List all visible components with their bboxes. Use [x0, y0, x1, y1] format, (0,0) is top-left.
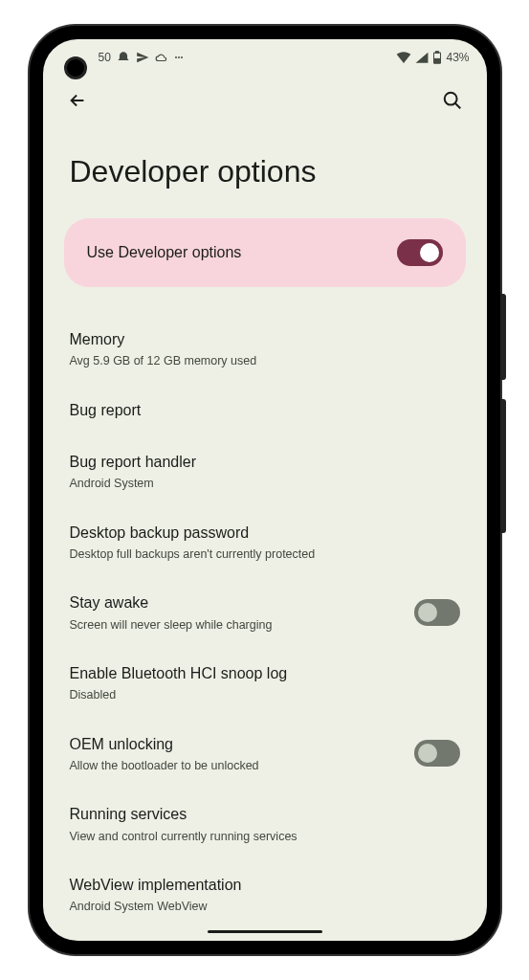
setting-row[interactable]: Stay awakeScreen will never sleep while …: [70, 577, 460, 648]
screen: 50: [43, 39, 487, 941]
power-button: [500, 294, 506, 380]
setting-text: Stay awakeScreen will never sleep while …: [70, 592, 414, 633]
search-button[interactable]: [439, 87, 466, 114]
setting-title: Enable Bluetooth HCI snoop log: [70, 663, 445, 684]
master-toggle-switch[interactable]: [397, 239, 443, 266]
back-button[interactable]: [64, 87, 91, 114]
master-toggle-row[interactable]: Use Developer options: [64, 218, 466, 287]
setting-title: Bug report handler: [70, 452, 445, 473]
phone-frame: 50: [30, 26, 500, 954]
setting-subtitle: View and control currently running servi…: [70, 829, 445, 844]
setting-text: Bug report handlerAndroid System: [70, 452, 460, 492]
master-toggle-label: Use Developer options: [87, 244, 242, 261]
setting-title: Stay awake: [70, 592, 399, 613]
camera-hole: [64, 56, 87, 79]
svg-point-2: [181, 56, 183, 58]
status-bar: 50: [43, 39, 487, 76]
volume-button: [500, 399, 506, 533]
nav-handle[interactable]: [208, 930, 322, 933]
app-bar: [43, 76, 487, 125]
send-icon: [136, 51, 149, 64]
setting-subtitle: Allow the bootloader to be unlocked: [70, 758, 399, 773]
setting-title: Memory: [70, 329, 445, 350]
setting-title: OEM unlocking: [70, 734, 399, 755]
setting-title: WebView implementation: [70, 875, 445, 896]
setting-list: MemoryAvg 5.9 GB of 12 GB memory usedBug…: [43, 314, 487, 941]
setting-subtitle: Disabled: [70, 687, 445, 702]
svg-point-0: [175, 56, 177, 58]
setting-row[interactable]: OEM unlockingAllow the bootloader to be …: [70, 719, 460, 790]
setting-subtitle: Desktop full backups aren't currently pr…: [70, 546, 445, 562]
setting-text: Enable Bluetooth HCI snoop logDisabled: [70, 663, 460, 703]
cloud-icon: [155, 52, 168, 63]
setting-title: Running services: [70, 804, 445, 825]
status-left: 50: [99, 51, 184, 64]
setting-text: Desktop backup passwordDesktop full back…: [70, 523, 460, 563]
status-time-fragment: 50: [99, 51, 111, 64]
svg-point-1: [178, 56, 180, 58]
setting-row[interactable]: Running servicesView and control current…: [70, 789, 460, 859]
setting-row[interactable]: Bug report handlerAndroid System: [70, 436, 460, 507]
setting-row[interactable]: MemoryAvg 5.9 GB of 12 GB memory used: [70, 314, 460, 385]
setting-subtitle: Avg 5.9 GB of 12 GB memory used: [70, 353, 445, 368]
setting-title: Desktop backup password: [70, 523, 445, 544]
page-title: Developer options: [43, 125, 487, 218]
setting-text: Running servicesView and control current…: [70, 804, 460, 844]
setting-row[interactable]: Desktop backup passwordDesktop full back…: [70, 507, 460, 578]
setting-title: Bug report: [70, 400, 445, 421]
svg-point-6: [444, 93, 456, 105]
more-icon: [174, 53, 184, 62]
signal-icon: [415, 52, 429, 63]
setting-toggle[interactable]: [414, 599, 460, 626]
battery-text: 43%: [446, 51, 469, 64]
setting-subtitle: Android System: [70, 476, 445, 491]
status-right: 43%: [396, 51, 469, 64]
setting-row[interactable]: WebView implementationAndroid System Web…: [70, 859, 460, 930]
svg-rect-4: [436, 52, 439, 53]
setting-row[interactable]: Enable Bluetooth HCI snoop logDisabled: [70, 648, 460, 719]
notification-icon: [117, 51, 130, 64]
setting-text: WebView implementationAndroid System Web…: [70, 875, 460, 915]
wifi-icon: [396, 52, 411, 63]
setting-text: OEM unlockingAllow the bootloader to be …: [70, 734, 414, 774]
setting-subtitle: Screen will never sleep while charging: [70, 617, 399, 633]
setting-toggle[interactable]: [414, 740, 460, 767]
setting-row[interactable]: Bug report: [70, 385, 460, 436]
svg-rect-5: [435, 58, 441, 62]
setting-text: Bug report: [70, 400, 460, 421]
battery-icon: [432, 51, 442, 64]
setting-subtitle: Android System WebView: [70, 899, 445, 914]
setting-text: MemoryAvg 5.9 GB of 12 GB memory used: [70, 329, 460, 369]
